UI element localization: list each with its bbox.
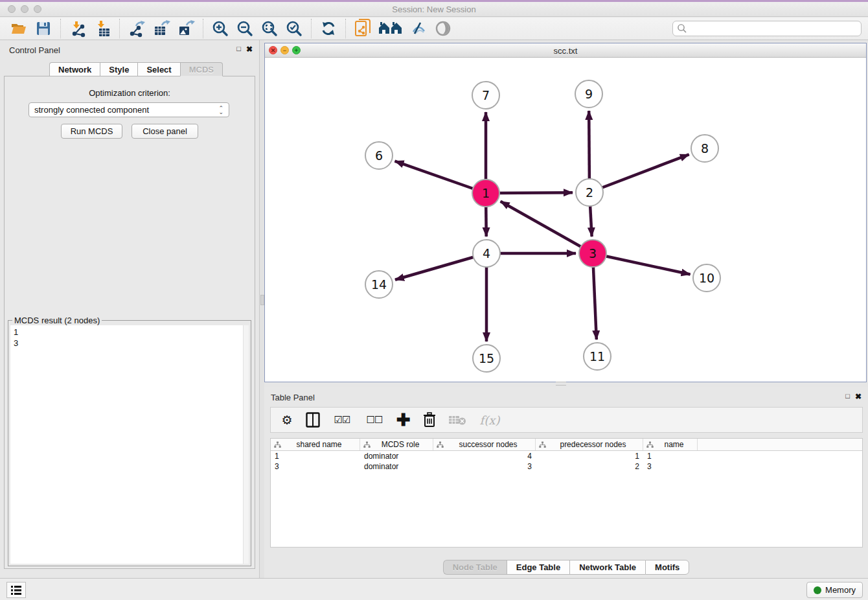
node-3[interactable]: 3 xyxy=(578,239,607,268)
zoom-out-icon[interactable] xyxy=(234,19,256,38)
task-history-button[interactable] xyxy=(6,582,26,598)
memory-label: Memory xyxy=(825,585,856,595)
node-1[interactable]: 1 xyxy=(472,179,500,207)
unselect-all-icon[interactable]: ☐☐ xyxy=(363,411,386,428)
table-cell[interactable]: 3 xyxy=(643,462,698,471)
optimization-criterion-select[interactable]: strongly connected component ⌃⌄ xyxy=(29,102,229,117)
network-canvas[interactable]: 7968124314101511 xyxy=(265,58,866,382)
column-header-successor-nodes[interactable]: successor nodes xyxy=(433,439,536,450)
table-cell[interactable]: 2 xyxy=(536,462,643,471)
node-15[interactable]: 15 xyxy=(472,344,501,373)
float-table-panel-icon[interactable]: □ xyxy=(845,392,850,401)
node-8[interactable]: 8 xyxy=(691,134,719,163)
table-cell[interactable]: 1 xyxy=(536,452,643,461)
refresh-view-icon[interactable] xyxy=(317,19,339,38)
table-toolbar: ⚙ ☑☑ ☐☐ ✚ f(x) xyxy=(270,407,863,433)
tab-style[interactable]: Style xyxy=(100,62,137,76)
import-table-icon[interactable] xyxy=(91,19,113,38)
export-table-icon[interactable] xyxy=(150,19,172,38)
export-network-icon[interactable] xyxy=(126,19,148,38)
toolbar-separator xyxy=(345,19,346,38)
node-6[interactable]: 6 xyxy=(365,141,393,170)
toolbar-separator xyxy=(119,19,120,38)
table-panel-header: Table Panel □ ✖ xyxy=(264,387,868,406)
show-columns-icon[interactable] xyxy=(304,411,321,428)
tab-select[interactable]: Select xyxy=(137,62,179,76)
memory-button[interactable]: Memory xyxy=(806,582,863,598)
mcds-result-title: MCDS result (2 nodes) xyxy=(12,316,102,325)
table-header-row: shared nameMCDS rolesuccessor nodesprede… xyxy=(271,439,862,451)
show-all-eye-icon[interactable] xyxy=(432,19,454,38)
panel-divider[interactable] xyxy=(259,40,264,578)
zoom-in-icon[interactable] xyxy=(209,19,231,38)
column-header-name[interactable]: name xyxy=(643,439,698,450)
delete-column-icon[interactable] xyxy=(421,411,438,428)
table-cell[interactable]: dominator xyxy=(360,452,433,461)
zoom-fit-icon[interactable] xyxy=(258,19,280,38)
run-mcds-button[interactable]: Run MCDS xyxy=(61,124,122,139)
node-4[interactable]: 4 xyxy=(472,239,501,268)
first-neighbors-icon[interactable] xyxy=(376,19,405,38)
node-9[interactable]: 9 xyxy=(575,80,603,108)
tab-mcds[interactable]: MCDS xyxy=(180,62,223,76)
close-table-panel-icon[interactable]: ✖ xyxy=(855,392,862,401)
table-cell[interactable]: dominator xyxy=(360,462,433,471)
table-cell[interactable]: 1 xyxy=(271,452,360,461)
node-10[interactable]: 10 xyxy=(692,264,721,292)
node-table[interactable]: shared nameMCDS rolesuccessor nodesprede… xyxy=(270,438,863,548)
tab-edge-table[interactable]: Edge Table xyxy=(507,560,569,575)
delete-table-icon[interactable] xyxy=(447,411,468,428)
table-cell[interactable]: 3 xyxy=(433,462,536,471)
horizontal-divider-grip[interactable] xyxy=(556,382,566,386)
search-box[interactable] xyxy=(672,21,862,36)
export-image-icon[interactable] xyxy=(175,19,197,38)
tab-network-table[interactable]: Network Table xyxy=(569,560,645,575)
column-header-predecessor-nodes[interactable]: predecessor nodes xyxy=(536,439,643,450)
control-panel: Control Panel □ ✖ NetworkStyleSelectMCDS… xyxy=(0,40,259,578)
table-row[interactable]: 3dominator323 xyxy=(271,461,862,472)
tab-motifs[interactable]: Motifs xyxy=(645,560,689,575)
float-panel-icon[interactable]: □ xyxy=(236,45,241,54)
status-bar: Memory xyxy=(0,578,868,600)
node-2[interactable]: 2 xyxy=(575,178,604,207)
add-column-icon[interactable]: ✚ xyxy=(395,411,412,428)
toolbar-separator xyxy=(60,19,61,38)
mcds-result-group: MCDS result (2 nodes) 1 3 xyxy=(8,320,251,566)
select-all-icon[interactable]: ☑☑ xyxy=(330,411,354,428)
mcds-result-values: 1 3 xyxy=(10,325,249,350)
table-tabs: Node TableEdge TableNetwork TableMotifs xyxy=(264,560,868,575)
zoom-selected-icon[interactable] xyxy=(283,19,305,38)
edge-3-1[interactable] xyxy=(501,202,593,253)
network-window-titlebar[interactable]: ✕ − + scc.txt xyxy=(265,43,866,58)
close-panel-icon[interactable]: ✖ xyxy=(246,45,253,54)
network-window-title: scc.txt xyxy=(265,46,866,56)
function-builder-icon[interactable]: f(x) xyxy=(477,411,503,428)
close-panel-button[interactable]: Close panel xyxy=(131,124,198,139)
save-session-icon[interactable] xyxy=(32,19,54,38)
column-header-MCDS-role[interactable]: MCDS role xyxy=(360,439,433,450)
column-header-shared-name[interactable]: shared name xyxy=(271,439,360,450)
session-title: Session: New Session xyxy=(0,5,868,14)
search-input[interactable] xyxy=(687,23,861,34)
import-network-icon[interactable] xyxy=(67,19,89,38)
edge-2-8[interactable] xyxy=(589,154,689,192)
edge-3-10[interactable] xyxy=(593,253,691,275)
open-file-icon[interactable] xyxy=(8,19,30,38)
optimization-criterion-label: Optimization criterion: xyxy=(0,88,259,98)
node-11[interactable]: 11 xyxy=(583,342,611,371)
list-icon xyxy=(10,585,22,595)
tab-node-table[interactable]: Node Table xyxy=(443,560,507,575)
table-cell[interactable]: 4 xyxy=(433,452,536,461)
table-row[interactable]: 1dominator411 xyxy=(271,451,862,461)
node-14[interactable]: 14 xyxy=(365,270,393,299)
mcds-result-box[interactable]: 1 3 xyxy=(10,325,249,564)
node-7[interactable]: 7 xyxy=(472,81,500,110)
duplicate-network-icon[interactable] xyxy=(352,19,374,38)
table-cell[interactable]: 3 xyxy=(271,462,360,471)
tab-network[interactable]: Network xyxy=(49,62,100,76)
optimization-criterion-value: strongly connected component xyxy=(34,105,149,115)
hide-selected-icon[interactable] xyxy=(407,19,429,38)
table-cell[interactable]: 1 xyxy=(643,452,698,461)
mcds-result-scrollbar[interactable] xyxy=(243,325,249,564)
table-settings-icon[interactable]: ⚙ xyxy=(279,411,295,428)
